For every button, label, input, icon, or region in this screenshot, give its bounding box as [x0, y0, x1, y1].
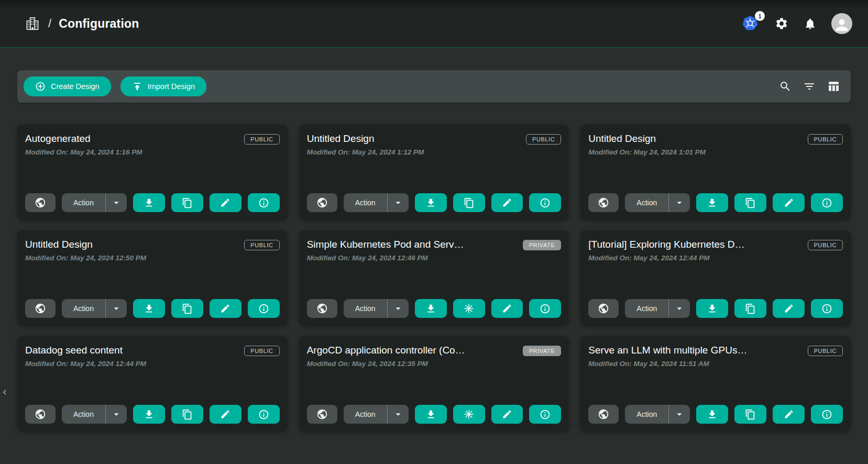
visibility-globe-button[interactable]	[25, 193, 56, 212]
info-button[interactable]	[529, 405, 561, 424]
action-dropdown-toggle[interactable]	[106, 303, 127, 314]
action-split-button[interactable]: Action	[62, 299, 127, 318]
clone-button[interactable]	[734, 405, 766, 424]
context-count-badge: 1	[755, 11, 765, 21]
create-design-label: Create Design	[51, 82, 100, 91]
clone-button[interactable]	[171, 405, 203, 424]
edit-button[interactable]	[210, 193, 241, 212]
organization-building-icon[interactable]	[24, 15, 41, 32]
chevron-left-icon[interactable]	[0, 384, 9, 400]
action-button-label[interactable]: Action	[625, 198, 668, 207]
download-button[interactable]	[415, 193, 447, 212]
action-split-button[interactable]: Action	[625, 299, 690, 318]
download-button[interactable]	[415, 299, 447, 318]
dropdown-arrow-icon	[111, 303, 122, 314]
visibility-globe-button[interactable]	[307, 193, 337, 212]
action-dropdown-toggle[interactable]	[388, 408, 409, 420]
action-split-button[interactable]: Action	[625, 193, 690, 212]
download-button[interactable]	[415, 405, 447, 424]
filter-icon[interactable]	[799, 76, 819, 96]
action-split-button[interactable]: Action	[344, 405, 409, 424]
download-button[interactable]	[696, 405, 728, 424]
action-button-label[interactable]: Action	[62, 410, 105, 418]
toolbar-view-controls	[775, 76, 843, 96]
settings-gear-icon[interactable]	[775, 17, 788, 30]
clone-button[interactable]	[734, 299, 766, 318]
visibility-globe-button[interactable]	[307, 405, 337, 424]
table-view-icon[interactable]	[823, 76, 843, 96]
import-design-button[interactable]: Import Design	[120, 76, 206, 96]
info-button[interactable]	[529, 193, 561, 212]
action-dropdown-toggle[interactable]	[106, 197, 127, 208]
action-split-button[interactable]: Action	[625, 405, 690, 424]
clone-button[interactable]	[171, 299, 203, 318]
edit-button[interactable]	[773, 193, 805, 212]
info-button[interactable]	[248, 193, 280, 212]
action-dropdown-toggle[interactable]	[669, 303, 690, 314]
visibility-globe-button[interactable]	[588, 405, 619, 424]
edit-button[interactable]	[210, 405, 241, 424]
action-split-button[interactable]: Action	[62, 405, 127, 424]
edit-button[interactable]	[491, 299, 523, 318]
action-button-label[interactable]: Action	[625, 304, 668, 313]
edit-button[interactable]	[773, 299, 805, 318]
action-button-label[interactable]: Action	[625, 410, 668, 418]
info-button[interactable]	[248, 299, 280, 318]
action-split-button[interactable]: Action	[62, 193, 127, 212]
action-split-button[interactable]: Action	[344, 193, 409, 212]
download-button[interactable]	[133, 193, 165, 212]
action-dropdown-toggle[interactable]	[669, 197, 690, 208]
edit-button[interactable]	[210, 299, 241, 318]
edit-button[interactable]	[491, 193, 523, 212]
visibility-globe-button[interactable]	[307, 299, 337, 318]
info-icon	[258, 303, 269, 314]
notifications-bell-icon[interactable]	[803, 17, 817, 30]
info-button[interactable]	[529, 299, 561, 318]
card-header: Untitled Design PUBLIC	[588, 133, 843, 145]
search-icon[interactable]	[775, 76, 795, 96]
visibility-globe-button[interactable]	[25, 299, 56, 318]
download-button[interactable]	[696, 193, 728, 212]
download-button[interactable]	[133, 299, 165, 318]
info-icon	[540, 303, 551, 314]
info-icon	[258, 409, 269, 420]
design-title: ArgoCD application controller (Co…	[307, 345, 465, 356]
info-button[interactable]	[811, 299, 843, 318]
action-button-label[interactable]: Action	[62, 198, 105, 207]
designs-toolbar: Create Design Import Design	[17, 70, 851, 103]
clone-button[interactable]	[453, 405, 485, 424]
design-title: Autogenerated	[25, 133, 91, 145]
action-dropdown-toggle[interactable]	[106, 408, 127, 420]
clone-button[interactable]	[171, 193, 203, 212]
download-button[interactable]	[133, 405, 165, 424]
action-button-label[interactable]: Action	[344, 304, 387, 313]
edit-pencil-icon	[784, 409, 794, 419]
info-button[interactable]	[248, 405, 280, 424]
create-design-button[interactable]: Create Design	[24, 76, 111, 96]
visibility-globe-button[interactable]	[588, 299, 619, 318]
edit-button[interactable]	[491, 405, 523, 424]
action-button-label[interactable]: Action	[344, 198, 387, 207]
download-icon	[707, 409, 718, 420]
info-button[interactable]	[811, 193, 843, 212]
design-card: Simple Kubernetes Pod and Serv… PRIVATE …	[299, 230, 569, 326]
action-dropdown-toggle[interactable]	[388, 303, 409, 314]
kubernetes-context-icon[interactable]: 1	[741, 15, 760, 32]
download-button[interactable]	[696, 299, 728, 318]
user-avatar-icon[interactable]	[831, 13, 852, 34]
clone-button[interactable]	[734, 193, 766, 212]
action-button-label[interactable]: Action	[62, 304, 105, 313]
edit-button[interactable]	[773, 405, 805, 424]
action-button-label[interactable]: Action	[344, 410, 387, 418]
info-icon	[821, 197, 832, 208]
visibility-globe-button[interactable]	[25, 405, 56, 424]
visibility-globe-button[interactable]	[588, 193, 619, 212]
design-card: ArgoCD application controller (Co… PRIVA…	[299, 336, 569, 432]
action-dropdown-toggle[interactable]	[388, 197, 409, 208]
action-dropdown-toggle[interactable]	[669, 408, 690, 420]
action-split-button[interactable]: Action	[344, 299, 409, 318]
info-button[interactable]	[811, 405, 843, 424]
clone-button[interactable]	[453, 299, 485, 318]
copy-icon	[182, 409, 193, 420]
clone-button[interactable]	[453, 193, 485, 212]
